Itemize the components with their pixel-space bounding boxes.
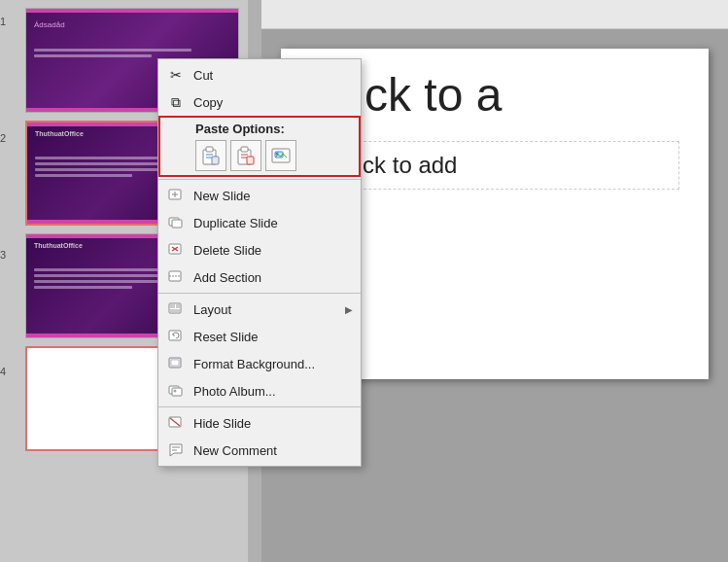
svg-rect-6 (241, 147, 248, 152)
paste-options-label: Paste Options: (168, 122, 351, 136)
menu-item-photo-album[interactable]: Photo Album... (158, 377, 361, 404)
add-section-icon (166, 267, 186, 287)
cut-label: Cut (193, 68, 353, 83)
delete-slide-label: Delete Slide (193, 243, 353, 258)
slide-numbers: 1 2 3 4 (0, 0, 21, 562)
slide-body: • Click to add (321, 152, 669, 179)
copy-icon: ⧉ (166, 92, 186, 112)
separator-3 (158, 406, 361, 407)
paste-icon-3[interactable] (265, 140, 296, 171)
svg-rect-4 (212, 157, 219, 164)
context-menu: ✂ Cut ⧉ Copy Paste Options: (157, 58, 362, 467)
format-background-icon (166, 354, 186, 373)
new-slide-label: New Slide (193, 189, 353, 203)
photo-album-icon (166, 381, 186, 401)
menu-item-duplicate-slide[interactable]: Duplicate Slide (158, 209, 361, 236)
svg-point-32 (174, 390, 177, 393)
paste-options-section: Paste Options: (158, 116, 361, 177)
svg-rect-1 (206, 147, 213, 152)
layout-label: Layout (193, 302, 337, 317)
slide1-title: Ádsadåd (34, 20, 230, 29)
menu-item-layout[interactable]: Layout ▶ (158, 296, 361, 323)
copy-label: Copy (193, 95, 353, 110)
svg-rect-17 (172, 220, 182, 228)
paste-icon-2[interactable] (230, 140, 261, 171)
menu-item-cut[interactable]: ✂ Cut (158, 61, 361, 88)
new-comment-icon (166, 440, 186, 460)
paste-icon-1[interactable] (195, 140, 226, 171)
menu-item-copy[interactable]: ⧉ Copy (158, 88, 361, 116)
photo-album-label: Photo Album... (193, 384, 353, 399)
menu-item-new-comment[interactable]: New Comment (158, 437, 361, 464)
menu-item-new-slide[interactable]: New Slide (158, 182, 361, 209)
slide-title: Click to a (310, 68, 679, 122)
new-slide-icon (166, 186, 186, 205)
layout-arrow: ▶ (345, 304, 353, 315)
menu-item-add-section[interactable]: Add Section (158, 263, 361, 291)
slide-number-4: 4 (0, 358, 21, 474)
slide-number-1: 1 (0, 8, 21, 124)
menu-item-hide-slide[interactable]: Hide Slide (158, 409, 361, 437)
svg-rect-31 (172, 388, 182, 396)
duplicate-slide-label: Duplicate Slide (193, 216, 353, 230)
slide-number-2: 2 (0, 124, 21, 241)
toolbar-area (261, 0, 728, 29)
new-comment-label: New Comment (193, 443, 353, 458)
svg-rect-25 (176, 304, 180, 308)
duplicate-slide-icon (166, 213, 186, 232)
paste-icons-row (168, 140, 351, 171)
svg-rect-29 (171, 360, 179, 366)
delete-slide-icon (166, 240, 186, 260)
separator-1 (158, 179, 361, 180)
hide-slide-icon (166, 413, 186, 433)
menu-item-format-background[interactable]: Format Background... (158, 350, 361, 377)
svg-rect-24 (170, 304, 175, 308)
separator-2 (158, 293, 361, 294)
reset-slide-label: Reset Slide (193, 330, 353, 344)
menu-item-delete-slide[interactable]: Delete Slide (158, 236, 361, 263)
hide-slide-label: Hide Slide (193, 416, 353, 431)
reset-slide-icon (166, 327, 186, 346)
add-section-label: Add Section (193, 270, 353, 285)
svg-rect-26 (170, 309, 180, 312)
slide-panel: 1 2 3 4 Ádsadåd ThuthuatOffice (0, 0, 261, 562)
svg-rect-9 (247, 157, 254, 164)
menu-item-reset-slide[interactable]: Reset Slide (158, 323, 361, 350)
layout-icon (166, 299, 186, 319)
slide-number-3: 3 (0, 241, 21, 358)
format-background-label: Format Background... (193, 357, 353, 371)
cut-icon: ✂ (166, 65, 186, 85)
